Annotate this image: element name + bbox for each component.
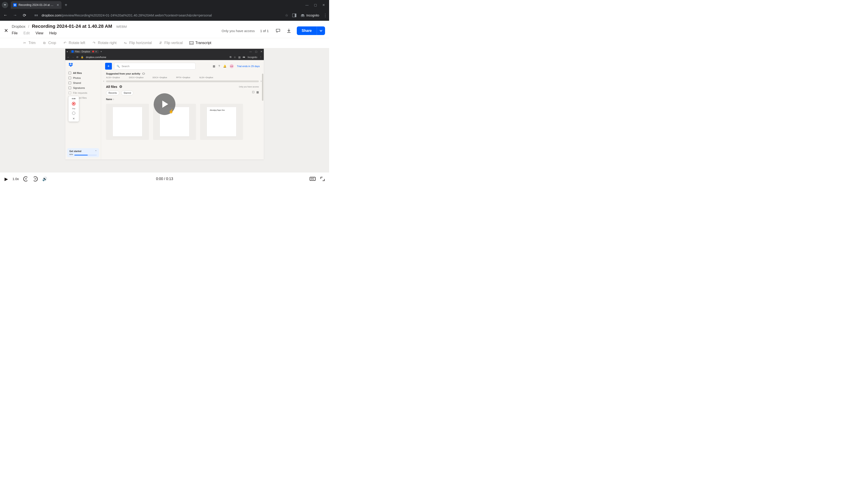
svg-rect-5 [295,14,296,17]
grid-view-icon: ▦ [256,91,259,95]
rotate-right-tool[interactable]: ↷Rotate right [92,41,117,45]
inner-minimize-icon: ― [249,50,252,53]
fullscreen-button[interactable] [320,177,324,181]
preview-canvas: ▾ Files - Dropbox ✕ + ― ▢ ✕ ← [0,48,329,172]
suggested-item: DOCX • Dropbox [129,76,144,78]
back-button[interactable]: ← [2,13,8,18]
browser-chrome: Recording 2024-01-24 at 1.40.2… ✕ + ― ▢ … [0,0,329,21]
reload-button[interactable]: ⟳ [21,13,28,18]
suggested-item: XLSX • Dropbox [106,76,120,78]
breadcrumb-root[interactable]: Dropbox [12,25,25,29]
menu-help[interactable]: Help [49,31,57,35]
recording-indicator-icon [92,51,94,53]
crop-icon: ⧉ [42,41,46,45]
sidebar-signatures: Signatures [65,86,101,90]
volume-icon[interactable]: 🔊 [42,176,47,182]
captions-button[interactable]: CC [310,177,315,181]
inner-bookmark-icon: ☆ [234,56,236,59]
name-column-header: Name ↑ [101,97,264,101]
access-mini: Only you have access [239,86,259,88]
inner-incognito-label: Incognito [248,56,257,59]
suggested-item: XLSX • Dropbox [199,76,213,78]
inner-reload-icon: ⟳ [76,56,79,59]
side-panel-icon[interactable] [292,13,296,17]
svg-point-6 [301,15,303,17]
new-tab-button[interactable]: + [65,2,67,8]
cursor-pointer-icon: ☝ [168,109,174,113]
access-label: Only you have access [221,29,255,33]
rotate-right-icon: ↷ [92,41,96,45]
playback-speed[interactable]: 1.0x [12,177,19,181]
inner-browser-chrome: ▾ Files - Dropbox ✕ + ― ▢ ✕ ← [65,49,264,60]
menu-view[interactable]: View [35,31,43,35]
shared-icon [68,82,71,84]
gear-icon: ⚙ [119,85,122,89]
browser-tab[interactable]: Recording 2024-01-24 at 1.40.2… ✕ [11,1,61,9]
share-button[interactable]: Share [297,26,317,35]
recording-popup: 0:00 Stop ✕ [68,96,79,122]
dropbox-favicon-icon [13,3,17,7]
bookmark-icon[interactable]: ☆ [285,13,288,18]
tab-close-icon[interactable]: ✕ [57,3,59,7]
file-card [106,104,149,140]
signatures-icon [68,87,71,89]
suggested-item: PPTX • Dropbox [176,76,190,78]
maximize-icon[interactable]: ▢ [314,3,317,7]
get-started-card: Get started ⌃ 60% [67,148,99,157]
suggested-row: XLSX • Dropbox DOCX • Dropbox DOCX • Dro… [101,75,264,79]
sidebar-photos: Photos [65,75,101,80]
inner-dropbox-favicon-icon [71,51,74,53]
time-display: 0:00 / 0:13 [156,177,173,181]
transcript-tool[interactable]: Transcript [189,41,211,45]
skip-back-button[interactable]: 10 [23,176,28,182]
incognito-icon [301,14,305,17]
close-window-icon[interactable]: ✕ [322,3,325,7]
play-button[interactable]: ▶ [4,176,8,182]
folder-icon [68,72,71,74]
suggested-heading: Suggested from your activity [101,72,264,75]
incognito-badge[interactable]: Incognito [301,13,319,17]
chip-starred: Starred [121,91,133,95]
svg-rect-2 [36,15,38,15]
forward-button[interactable]: → [12,13,18,18]
minimize-icon[interactable]: ― [305,3,309,7]
close-preview-button[interactable]: ✕ [4,28,12,34]
menu-edit[interactable]: Edit [24,31,30,35]
svg-rect-0 [35,15,36,15]
requests-icon [68,92,71,94]
share-button-group: Share [297,26,325,35]
rec-option-icon [72,111,75,115]
file-cards: - Moodjoy Paper Doc [101,101,264,142]
inner-scrollbar [262,74,264,101]
suggested-scrollbar [106,80,259,82]
share-caret-button[interactable] [317,26,325,35]
flip-horizontal-tool[interactable]: ⇋Flip horizontal [123,41,152,45]
site-info-icon[interactable] [34,13,39,18]
inner-forward-icon: → [72,56,74,59]
video-frame[interactable]: ▾ Files - Dropbox ✕ + ― ▢ ✕ ← [65,49,264,160]
inner-incognito-icon: 🕶 [243,56,245,59]
window-controls: ― ▢ ✕ [305,3,327,7]
trim-tool[interactable]: ✂Trim [23,41,35,45]
rotate-left-tool[interactable]: ↶Rotate left [63,41,85,45]
crop-tool[interactable]: ⧉Crop [42,41,56,45]
tab-search-button[interactable] [2,2,8,8]
search-icon: 🔍 [117,65,120,68]
download-icon[interactable] [286,28,292,34]
browser-menu-icon[interactable]: ⋮ [323,13,327,18]
rec-close-icon: ✕ [72,117,75,120]
card-title: - Moodjoy Paper Doc [209,109,234,111]
comments-icon[interactable] [275,28,281,34]
address-bar[interactable]: dropbox.com/preview/Recording%202024-01-… [31,11,279,19]
flip-vertical-tool[interactable]: ⇵Flip vertical [158,41,183,45]
menu-bar: File Edit View Help [12,29,221,38]
all-files-heading: All files ⚙ Only you have access [101,85,264,89]
suggested-item: DOCX • Dropbox [153,76,167,78]
svg-point-7 [303,15,304,17]
addr-right: ☆ Incognito ⋮ [285,13,327,18]
menu-file[interactable]: File [12,31,18,35]
transcript-icon [189,41,193,45]
skip-forward-button[interactable]: 10 [33,176,38,182]
svg-rect-3 [36,15,38,16]
dropbox-preview-app: ✕ Dropbox / Recording 2024-01-24 at 1.40… [0,21,329,185]
